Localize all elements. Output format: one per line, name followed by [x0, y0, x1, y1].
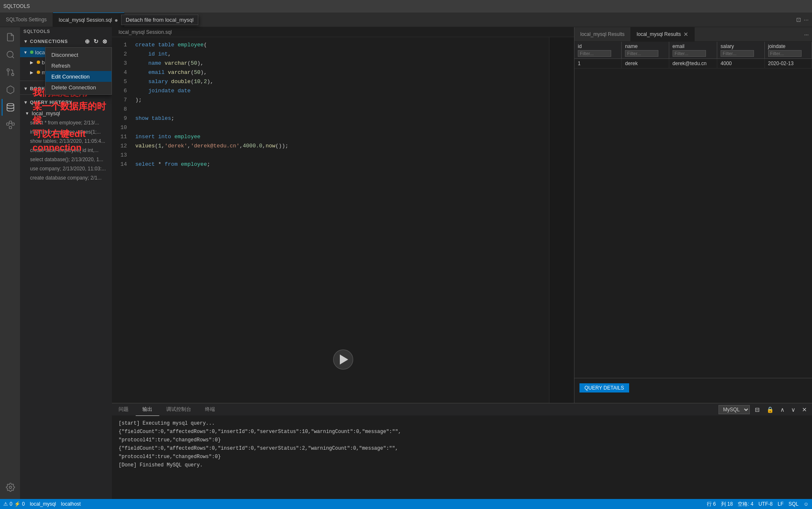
- run-query-button[interactable]: [333, 349, 353, 370]
- history-item-5[interactable]: use company; 2/13/2020, 11:03:...: [20, 164, 112, 173]
- status-row: 行 6: [707, 501, 716, 508]
- play-triangle-icon: [340, 355, 348, 365]
- tab-problems[interactable]: 问题: [112, 403, 136, 416]
- status-server[interactable]: localhost: [61, 501, 81, 507]
- tab-debug-console[interactable]: 调试控制台: [159, 403, 198, 416]
- status-right: 行 6 列 18 空格: 4 UTF-8 LF SQL ☺: [707, 501, 809, 508]
- expand-arrow-icon: ▼: [23, 50, 28, 55]
- activity-extensions[interactable]: [2, 116, 18, 133]
- editor-results-split: Detach file from local_mysql local_mysql…: [112, 27, 812, 403]
- code-line-9: show tables;: [132, 114, 549, 123]
- filter-email[interactable]: [673, 50, 706, 57]
- status-connection[interactable]: local_mysql: [30, 501, 56, 507]
- filter-id[interactable]: [578, 50, 611, 57]
- query-details-button[interactable]: QUERY DETAILS: [579, 383, 629, 393]
- activity-bar-bottom: [2, 479, 18, 499]
- line-numbers: 12345 678910 11121314: [112, 37, 132, 403]
- new-connection-icon[interactable]: ⊕: [84, 37, 91, 46]
- bottom-tabs: 问题 输出 调试控制台 终端 MySQL ⊟ 🔒 ∧: [112, 403, 812, 416]
- col-header-id: id: [574, 42, 622, 59]
- terminal-content: [start] Executing mysql query... {"field…: [112, 416, 812, 499]
- status-errors[interactable]: ⚠ 0 ⚡ 0: [3, 501, 25, 507]
- connection-status-dot-3: [37, 71, 40, 74]
- results-tab-more[interactable]: ···: [801, 27, 812, 41]
- cell-email: derek@tedu.cn: [669, 59, 717, 68]
- connections-arrow-icon: ▼: [23, 39, 28, 44]
- close-panel-icon[interactable]: ✕: [800, 405, 809, 414]
- filter-joindate[interactable]: [768, 50, 802, 57]
- filter-name[interactable]: [625, 50, 658, 57]
- code-editor[interactable]: 12345 678910 11121314 create table emplo…: [112, 37, 574, 403]
- history-item-3[interactable]: create table employee( id int,...: [20, 146, 112, 155]
- history-item-0[interactable]: select * from employee; 2/13/...: [20, 118, 112, 127]
- svg-point-10: [9, 486, 12, 489]
- code-line-6: joindate date: [132, 86, 549, 96]
- filter-salary[interactable]: [721, 50, 754, 57]
- scroll-down-icon[interactable]: ∨: [789, 405, 797, 414]
- status-language: SQL: [789, 501, 799, 507]
- minimap: [549, 37, 574, 403]
- activity-files[interactable]: [2, 29, 18, 46]
- results-tab-1-label: local_mysql Results: [580, 31, 625, 37]
- split-editor-icon[interactable]: ⊡: [796, 16, 801, 23]
- results-tab-2[interactable]: local_mysql Results ✕: [631, 27, 695, 41]
- terminal-line-0: [start] Executing mysql query...: [119, 419, 805, 428]
- results-tabs: local_mysql Results local_mysql Results …: [574, 27, 812, 42]
- activity-search[interactable]: [2, 46, 18, 63]
- results-table-area[interactable]: id name: [574, 42, 812, 378]
- svg-rect-7: [12, 123, 14, 125]
- code-line-8: [132, 105, 549, 114]
- history-item-6[interactable]: create database company; 2/1...: [20, 173, 112, 182]
- results-tab-close-icon[interactable]: ✕: [683, 31, 688, 38]
- context-menu-refresh[interactable]: Refresh: [46, 60, 111, 71]
- output-source-dropdown[interactable]: MySQL: [718, 405, 750, 414]
- terminal-line-2: "protocol41":true,"changedRows":0}: [119, 436, 805, 444]
- svg-line-1: [12, 56, 14, 58]
- code-line-13: [132, 151, 549, 160]
- refresh-icon[interactable]: ↻: [93, 37, 100, 46]
- connection-status-dot-2: [37, 61, 40, 64]
- app-title: SQLTOOLS: [3, 3, 30, 9]
- connections-label: CONNECTIONS: [30, 39, 68, 44]
- sidebar: SQLTOOLS ▼ CONNECTIONS ⊕ ↻ ⊗ ▼ local_mys…: [20, 27, 112, 499]
- sqltools-panel-label: SQLTOOLS: [20, 27, 112, 35]
- results-table-header-row: id name: [574, 42, 812, 59]
- tab-close-icon[interactable]: ●: [114, 17, 118, 23]
- expand-arrow-icon-2: ▶: [30, 60, 35, 65]
- tab-session-sql[interactable]: local_mysql Session.sql ●: [53, 13, 124, 27]
- history-items-list: select * from employee; 2/13/... insert …: [20, 118, 112, 499]
- col-header-email: email: [669, 42, 717, 59]
- context-menu-disconnect[interactable]: Disconnect: [46, 49, 111, 60]
- results-tab-1[interactable]: local_mysql Results: [574, 27, 631, 41]
- activity-debug[interactable]: [2, 81, 18, 98]
- tab-actions: ⊡ ···: [793, 13, 812, 27]
- svg-point-2: [12, 73, 14, 76]
- query-history-connection[interactable]: ▼ local_mysql: [20, 108, 112, 118]
- lock-scroll-icon[interactable]: 🔒: [765, 405, 775, 414]
- activity-source-control[interactable]: [2, 64, 18, 81]
- context-menu-edit-connection[interactable]: Edit Connection: [46, 71, 111, 82]
- history-item-1[interactable]: insert into employee values(1;...: [20, 127, 112, 137]
- tab-label-session: local_mysql Session.sql: [59, 17, 112, 23]
- scroll-up-icon[interactable]: ∧: [779, 405, 786, 414]
- clear-output-icon[interactable]: ⊟: [753, 405, 761, 414]
- tab-output[interactable]: 输出: [136, 403, 159, 416]
- activity-settings[interactable]: [2, 479, 18, 496]
- tab-label-settings: SQLTools Settings: [6, 17, 47, 23]
- more-actions-icon[interactable]: ···: [804, 16, 809, 23]
- tab-terminal[interactable]: 终端: [198, 403, 222, 416]
- disconnect-all-icon[interactable]: ⊗: [101, 37, 109, 46]
- context-menu-delete-connection[interactable]: Delete Connection: [46, 82, 111, 93]
- history-item-4[interactable]: select database(); 2/13/2020, 1...: [20, 155, 112, 164]
- status-col: 列 18: [721, 501, 733, 508]
- connection-status-dot: [30, 51, 33, 54]
- context-menu: Disconnect Refresh Edit Connection Delet…: [45, 47, 112, 95]
- svg-rect-9: [9, 127, 12, 129]
- results-data-table: id name: [574, 42, 812, 68]
- query-details-area: QUERY DETAILS: [574, 378, 812, 403]
- activity-sqltools[interactable]: [2, 99, 18, 116]
- qh-connection-arrow-icon: ▼: [25, 111, 30, 116]
- code-content[interactable]: create table employee( id int, name varc…: [132, 37, 549, 403]
- tab-sqltools-settings[interactable]: SQLTools Settings: [0, 13, 53, 27]
- history-item-2[interactable]: show tables; 2/13/2020, 11:05:4...: [20, 137, 112, 146]
